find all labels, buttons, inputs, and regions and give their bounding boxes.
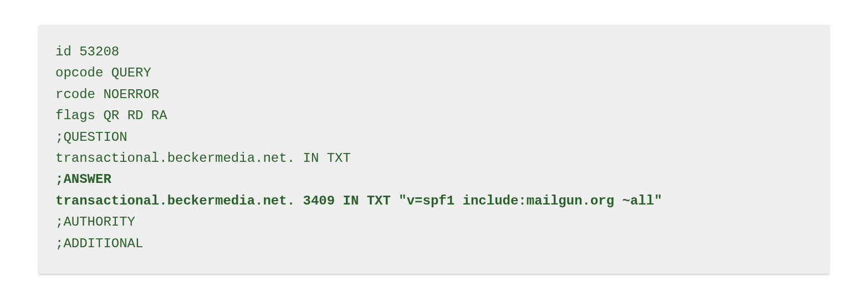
dns-answer-header: ;ANSWER bbox=[55, 172, 111, 187]
dns-question-header: ;QUESTION bbox=[55, 130, 127, 145]
dns-additional-header: ;ADDITIONAL bbox=[55, 236, 143, 251]
dns-authority-header: ;AUTHORITY bbox=[55, 214, 135, 229]
dns-answer-line: transactional.beckermedia.net. 3409 IN T… bbox=[55, 193, 662, 208]
dns-rcode-value: NOERROR bbox=[103, 87, 159, 102]
dns-id-label: id bbox=[55, 44, 72, 59]
dns-question-line: transactional.beckermedia.net. IN TXT bbox=[55, 151, 351, 166]
dns-output-block: id 53208 opcode QUERY rcode NOERROR flag… bbox=[39, 25, 829, 274]
dns-flags-value: QR RD RA bbox=[103, 108, 167, 123]
dns-flags-label: flags bbox=[55, 108, 95, 123]
dns-opcode-label: opcode bbox=[55, 65, 103, 80]
dns-opcode-value: QUERY bbox=[111, 65, 151, 80]
dns-rcode-label: rcode bbox=[55, 87, 95, 102]
dns-id-value: 53208 bbox=[79, 44, 119, 59]
